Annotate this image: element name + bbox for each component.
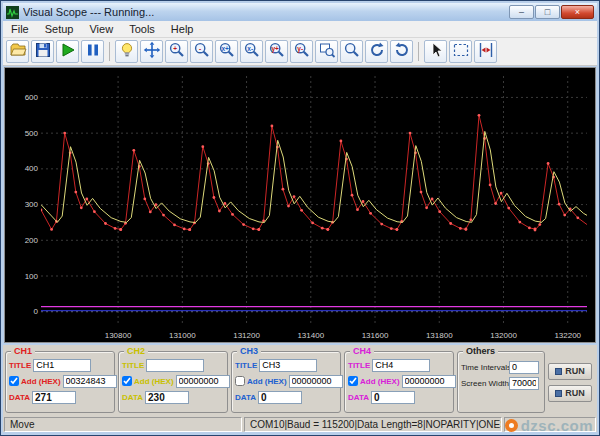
run-button-1[interactable]: RUN [548,363,592,380]
toolbar-button-zoom-x-out[interactable]: x- [240,40,263,63]
data-label: DATA [348,393,369,402]
pause-icon [84,41,102,62]
svg-text:131000: 131000 [169,331,196,340]
addr-label: Add (HEX) [134,377,174,386]
app-window: Visual Scope --- Running... – □ × File S… [0,0,600,436]
toolbar-button-cursor[interactable] [424,40,447,63]
zoom-y-out-icon: y- [293,41,311,62]
ch3-title-input[interactable] [259,359,317,372]
time-intervals-label: Time Intervals [461,363,507,372]
ch1-title-input[interactable] [33,359,91,372]
ch1-addr-checkbox[interactable] [9,376,19,386]
toolbar-button-save[interactable] [31,40,54,63]
channel-panel-ch4: CH4 TITLE Add (HEX) DATA 0 [344,351,454,413]
close-button[interactable]: × [561,5,594,19]
zoom-out-icon: - [193,41,211,62]
redo-icon [393,41,411,62]
ch3-addr-checkbox[interactable] [235,376,245,386]
screen-width-label: Screen Width [461,379,507,388]
time-intervals-input[interactable] [509,361,539,374]
channel-title: CH1 [11,346,35,356]
open-icon [9,41,27,62]
toolbar-button-open[interactable] [6,40,29,63]
toolbar-button-run[interactable] [56,40,79,63]
cursor-icon [427,41,445,62]
app-icon [6,6,19,19]
channel-panel-ch3: CH3 TITLE Add (HEX) DATA 0 [231,351,341,413]
toolbar-button-select-region[interactable] [449,40,472,63]
channel-panel-ch2: CH2 TITLE Add (HEX) DATA 230 [118,351,228,413]
channel-title: CH4 [350,346,374,356]
undo-icon [368,41,386,62]
status-extra [504,417,596,432]
svg-text:400: 400 [25,164,39,173]
toolbar-button-zoom-window[interactable] [315,40,338,63]
measure-icon [477,41,495,62]
title-label: TITLE [9,361,31,370]
ch2-title-input[interactable] [146,359,204,372]
title-label: TITLE [122,361,144,370]
plot-panel: 1308001310001312001314001316001318001320… [4,67,596,343]
menu-setup[interactable]: Setup [37,22,82,36]
others-title: Others [463,346,498,356]
ch3-data-value: 0 [258,391,302,404]
toolbar-separator [109,42,110,61]
svg-text:131400: 131400 [297,331,324,340]
toolbar-button-zoom-out[interactable]: - [190,40,213,63]
data-label: DATA [9,393,30,402]
toolbar-separator [418,42,419,61]
svg-text:500: 500 [25,129,39,138]
toolbar-button-measure[interactable] [474,40,497,63]
zoom-x-out-icon: x- [243,41,261,62]
toolbar-button-redo[interactable] [390,40,413,63]
minimize-button[interactable]: – [509,5,534,19]
zoom-reset-icon [343,41,361,62]
svg-text:131200: 131200 [233,331,260,340]
svg-text:300: 300 [25,200,39,209]
ch3-addr-input[interactable] [289,375,343,388]
plot-canvas[interactable]: 1308001310001312001314001316001318001320… [5,68,595,342]
toolbar-button-zoom-y-out[interactable]: y- [290,40,313,63]
svg-text:100: 100 [25,272,39,281]
toolbar-button-bulb[interactable] [115,40,138,63]
menu-help[interactable]: Help [163,22,202,36]
run-button-2[interactable]: RUN [548,385,592,402]
channel-panel-ch1: CH1 TITLE Add (HEX) DATA 271 [5,351,115,413]
svg-text:-: - [199,45,201,52]
pan-icon [143,41,161,62]
screen-width-input[interactable] [509,377,539,390]
run-button-label: RUN [565,366,585,376]
menu-file[interactable]: File [3,22,37,36]
ch2-addr-input[interactable] [176,375,230,388]
toolbar-button-zoom-y-in[interactable]: y+ [265,40,288,63]
toolbar-button-zoom-in[interactable]: + [165,40,188,63]
svg-text:+: + [173,45,177,52]
toolbar-button-zoom-x-in[interactable]: x+ [215,40,238,63]
toolbar-button-pause[interactable] [81,40,104,63]
status-connection: COM10|Baud = 115200|Data Length=8|NOPARI… [244,417,502,432]
run-button-label: RUN [565,388,585,398]
others-panel: Others Time Intervals Screen Width [457,351,545,413]
ch1-addr-input[interactable] [63,375,117,388]
ch2-addr-checkbox[interactable] [122,376,132,386]
ch4-addr-input[interactable] [402,375,456,388]
run-icon [59,41,77,62]
ch4-addr-checkbox[interactable] [348,376,358,386]
toolbar-button-undo[interactable] [365,40,388,63]
toolbar-button-zoom-reset[interactable] [340,40,363,63]
menu-view[interactable]: View [81,22,121,36]
toolbar: +-x+x-y+y- [3,38,597,66]
window-title: Visual Scope --- Running... [23,6,505,18]
status-mode: Move [4,417,242,432]
toolbar-button-pan[interactable] [140,40,163,63]
save-icon [34,41,52,62]
ch4-title-input[interactable] [372,359,430,372]
zoom-y-in-icon: y+ [268,41,286,62]
menu-tools[interactable]: Tools [121,22,163,36]
svg-text:600: 600 [25,93,39,102]
maximize-button[interactable]: □ [535,5,560,19]
title-bar: Visual Scope --- Running... – □ × [3,3,597,21]
run-icon [555,368,562,375]
data-label: DATA [122,393,143,402]
zoom-x-in-icon: x+ [218,41,236,62]
